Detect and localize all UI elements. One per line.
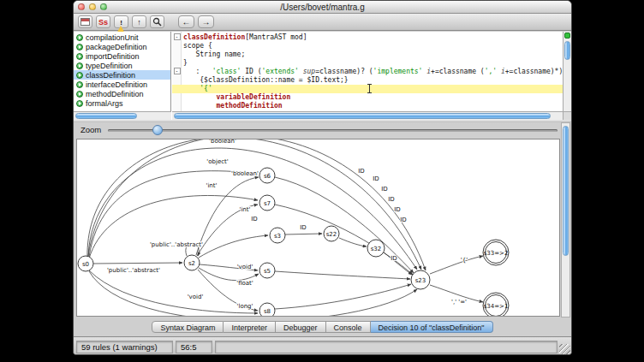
zoom-slider-track [108, 129, 558, 132]
tab-interpreter[interactable]: Interpreter [224, 321, 276, 333]
diagram-vscrollbar[interactable] [561, 122, 570, 317]
code-lines[interactable]: classDefinition[MantraAST mod]scope { St… [183, 33, 563, 110]
dfa-node-s5[interactable]: s5 [259, 263, 275, 278]
svg-text:s32: s32 [371, 246, 382, 252]
diagram-vscroll-thumb[interactable] [563, 126, 569, 256]
code-line[interactable]: methodDefinition [183, 102, 563, 110]
dfa-node-s32[interactable]: s32 [367, 240, 385, 257]
dfa-node-s22[interactable]: s22 [324, 226, 339, 241]
sidebar-item-methoddefinition[interactable]: methodDefinition [74, 89, 170, 98]
code-line[interactable]: classDefinition[MantraAST mod] [183, 33, 563, 42]
fold-icon[interactable]: - [174, 33, 181, 40]
console-button[interactable] [78, 15, 92, 28]
editor-vscroll-thumb[interactable] [564, 41, 570, 60]
rule-label: methodDefinition [86, 90, 144, 98]
dfa-node-s34-1[interactable]: s34=>1 [483, 293, 509, 317]
tab-decision-10-of-classdefinition[interactable]: Decision 10 of "classDefinition" [371, 321, 493, 333]
svg-text:s22: s22 [326, 231, 337, 238]
rule-list[interactable]: compilationUnitpackageDefinitionimportDe… [74, 32, 171, 111]
edge-label: ID [300, 224, 306, 231]
zoom-row: Zoom [74, 122, 571, 137]
rule-label: importDefinition [86, 52, 140, 61]
dfa-edge [89, 270, 258, 313]
edge-label: ID [251, 216, 257, 223]
svg-text:s2: s2 [188, 260, 195, 267]
edge-label: ID [391, 255, 397, 262]
code-line[interactable]: {$classDefinition::name = $ID.text;} [183, 76, 563, 85]
rule-icon [76, 34, 83, 41]
dfa-node-s33-2[interactable]: s33=>2 [483, 240, 509, 265]
editor-hscrollbar[interactable] [172, 111, 563, 120]
dfa-edge [93, 263, 182, 264]
status-message-field [215, 341, 558, 353]
back-button[interactable]: ← [178, 15, 194, 28]
title-bar[interactable]: /Users/bovet/mantra.g [74, 1, 571, 14]
sidebar-item-classdefinition[interactable]: classDefinition [74, 70, 170, 80]
rule-icon [76, 81, 83, 88]
rule-count-field: 59 rules (1 warnings) [76, 341, 173, 353]
edge-label: ID [388, 196, 394, 203]
dfa-node-s8[interactable]: s8 [259, 303, 275, 317]
edge-label: ID [400, 217, 406, 223]
edge-label: ID [373, 175, 379, 182]
svg-text:s34=>1: s34=>1 [484, 303, 509, 310]
sidebar-item-importdefinition[interactable]: importDefinition [74, 51, 170, 61]
dfa-edge [89, 195, 258, 258]
dfa-node-s7[interactable]: s7 [259, 195, 275, 211]
rule-count: 59 rules (1 warnings) [81, 342, 158, 352]
grammar-editor[interactable]: - - classDefinition[MantraAST mod]scope … [172, 32, 563, 111]
editor-hscroll-thumb[interactable] [174, 113, 551, 119]
dfa-node-s6[interactable]: s6 [259, 168, 275, 183]
edge-label: 'int' [206, 182, 218, 189]
zoom-slider-thumb[interactable] [152, 125, 163, 135]
tab-debugger[interactable]: Debugger [276, 321, 326, 333]
caret-position: 56:5 [181, 342, 197, 352]
tab-console[interactable]: Console [326, 321, 371, 333]
sidebar-item-compilationunit[interactable]: compilationUnit [74, 33, 170, 42]
rule-icon [76, 53, 83, 60]
code-line[interactable]: } [183, 59, 563, 68]
sidebar-item-packagedefinition[interactable]: packageDefinition [74, 42, 170, 51]
dfa-node-s3[interactable]: s3 [270, 228, 285, 243]
app-window: /Users/bovet/mantra.g Ss ! ↑ ← → compila… [73, 0, 572, 355]
dfa-edge [275, 271, 410, 279]
dfa-node-s2[interactable]: s2 [184, 255, 200, 270]
rule-icon [76, 72, 83, 79]
dfa-edge [199, 235, 268, 258]
code-line[interactable]: String name; [183, 50, 563, 59]
rule-label: compilationUnit [86, 33, 139, 42]
sidebar-item-formalargs[interactable]: formalArgs [74, 98, 170, 108]
dfa-node-s23[interactable]: s23 [411, 270, 430, 289]
code-line[interactable]: variableDefinition [183, 93, 563, 102]
grammar-health-indicator [564, 33, 570, 39]
rule-label: classDefinition [86, 71, 135, 80]
code-line[interactable]: : 'class' ID ('extends' sup=classname)? … [183, 68, 563, 76]
svg-text:s0: s0 [82, 261, 89, 268]
edge-label: '{' [461, 257, 468, 264]
font-size-button[interactable]: Ss [96, 15, 110, 28]
rule-list-hscrollbar[interactable] [74, 111, 171, 120]
resize-grip[interactable] [559, 344, 570, 355]
zoom-label: Zoom [80, 125, 101, 134]
sidebar-item-typedefinition[interactable]: typeDefinition [74, 61, 170, 70]
zoom-slider[interactable] [108, 124, 558, 136]
check-grammar-button[interactable]: ↑ [132, 15, 146, 28]
edge-label: ID [381, 186, 387, 193]
svg-text:s23: s23 [415, 277, 426, 284]
edge-label: 'float' [236, 280, 253, 287]
dfa-node-s0[interactable]: s0 [78, 256, 93, 271]
tab-syntax-diagram[interactable]: Syntax Diagram [152, 321, 224, 333]
edge-label: 'boolean' [209, 139, 236, 145]
forward-button[interactable]: → [198, 15, 214, 28]
rule-icon [76, 91, 83, 98]
code-line[interactable]: scope { [183, 42, 563, 50]
dfa-diagram[interactable]: s0s2s6s7s3s22s32s5s8s23s33=>2s34=>1 'boo… [76, 139, 560, 317]
rule-list-hscroll-thumb[interactable] [75, 113, 137, 119]
find-button[interactable] [150, 15, 164, 28]
window-title: /Users/bovet/mantra.g [74, 3, 571, 12]
edge-label: ID [358, 168, 364, 175]
editor-vscrollbar[interactable] [563, 32, 571, 111]
warnings-button[interactable]: ! [114, 15, 128, 28]
fold-icon[interactable]: - [174, 68, 181, 74]
sidebar-item-interfacedefinition[interactable]: interfaceDefinition [74, 80, 170, 89]
